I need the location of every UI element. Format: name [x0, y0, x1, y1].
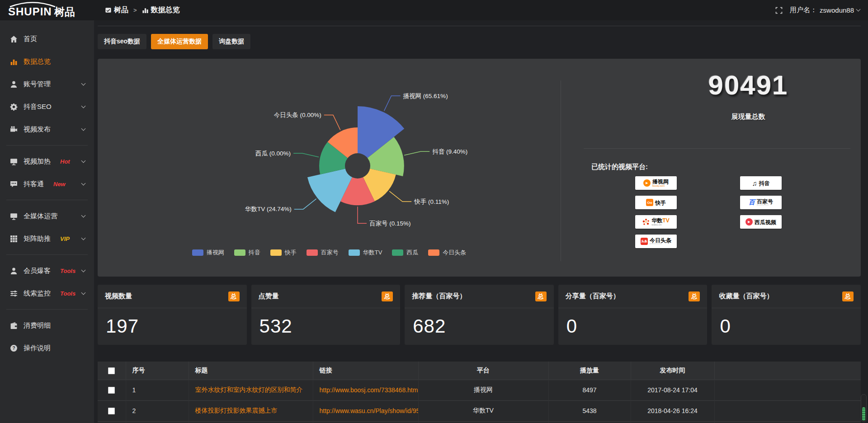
- sidebar-item-badge: Tools: [60, 290, 75, 297]
- videos-table: 序号标题链接平台播放量发布时间1室外水纹灯和室内水纹灯的区别和简介http://…: [98, 362, 861, 423]
- platform-badge-column-right: ♫抖音百百家号▶西瓜视频: [740, 176, 782, 229]
- row-select-cell: [98, 400, 126, 421]
- sidebar: 首页数据总览账号管理抖音SEO视频发布视频加热Hot抖客通New全媒体运营矩阵助…: [0, 20, 94, 423]
- username-value: zswodun88: [820, 6, 854, 14]
- select-all-checkbox[interactable]: [108, 367, 115, 374]
- legend-item-6[interactable]: 今日头条: [428, 249, 466, 257]
- sidebar-item-13[interactable]: 线索监控Tools: [0, 282, 94, 305]
- scrollbar-thumb[interactable]: [862, 407, 865, 421]
- pie-label: 今日头条 (0.00%): [274, 112, 321, 118]
- pie-label-line: [293, 153, 319, 157]
- video-title-link[interactable]: 室外水纹灯和室内水纹灯的区别和简介: [195, 386, 303, 393]
- sidebar-item-1[interactable]: 数据总览: [0, 50, 94, 73]
- video-url-link[interactable]: http://www.boosj.com/7338468.html: [320, 386, 419, 394]
- platform-badge-kuaishou: Oo快手: [635, 196, 677, 209]
- pie-label: 百家号 (0.15%): [369, 220, 411, 227]
- tab-1[interactable]: 全媒体运营数据: [151, 34, 208, 49]
- stat-card-4: 收藏量（百家号）总0: [712, 285, 861, 345]
- scrollbar[interactable]: [861, 394, 867, 422]
- breadcrumb: 树品 > 数据总览: [105, 5, 180, 15]
- pie-label-line: [389, 191, 411, 202]
- chevron-down-icon: [81, 126, 86, 131]
- tab-0[interactable]: 抖音seo数据: [98, 34, 146, 49]
- sidebar-item-10[interactable]: 矩阵助推VIP: [0, 227, 94, 250]
- app-window-icon: [105, 7, 112, 14]
- video-url-link[interactable]: http://www.wasu.cn/Play/show/id/952...: [320, 407, 419, 414]
- pie-chart-area: 播视网 (65.61%)抖音 (9.40%)快手 (0.11%)百家号 (0.1…: [98, 59, 561, 277]
- row-checkbox[interactable]: [108, 408, 115, 414]
- sidebar-item-label: 线索监控: [24, 289, 51, 298]
- pie-label: 抖音 (9.40%): [432, 148, 467, 155]
- chevron-down-icon: [81, 235, 86, 240]
- platform-name: 抖音: [759, 180, 770, 187]
- stat-card-value: 682: [405, 308, 554, 337]
- legend-swatch: [428, 249, 439, 256]
- stub-cell: [548, 421, 631, 423]
- platform-badge-text: 抖音: [759, 179, 770, 188]
- legend-label: 抖音: [249, 249, 260, 257]
- bar-chart-icon: [142, 7, 149, 14]
- sidebar-item-16[interactable]: ?操作说明: [0, 337, 94, 359]
- pie-label-line: [384, 96, 401, 111]
- sidebar-item-9[interactable]: 全媒体运营: [0, 205, 94, 227]
- legend-item-1[interactable]: 抖音: [234, 249, 260, 257]
- app-logo[interactable]: SHUPIN 树品: [0, 1, 94, 19]
- legend-label: 华数TV: [363, 249, 382, 257]
- stat-card-value: 0: [558, 308, 708, 337]
- platform-tagline: [757, 205, 769, 206]
- table-header-2: 链接: [313, 362, 418, 380]
- platform-badge-column-left: ▶播视网boosj.comOo快手华数TVwasu.cn头条今日头条: [635, 176, 677, 248]
- gear-icon: [10, 103, 18, 111]
- sidebar-item-2[interactable]: 账号管理: [0, 73, 94, 95]
- sidebar-item-4[interactable]: 视频发布: [0, 118, 94, 141]
- video-url-link-cell: http://www.boosj.com/7338468.html: [313, 380, 418, 400]
- breadcrumb-item-current[interactable]: 数据总览: [142, 5, 180, 15]
- breadcrumb-label: 数据总览: [151, 5, 180, 15]
- total-badge: 总: [228, 291, 240, 301]
- sidebar-item-0[interactable]: 首页: [0, 28, 94, 50]
- legend-item-5[interactable]: 西瓜: [392, 249, 418, 257]
- sidebar-item-label: 账号管理: [24, 80, 51, 89]
- chart-legend: 播视网抖音快手百家号华数TV西瓜今日头条: [98, 249, 561, 257]
- sidebar-item-6[interactable]: 视频加热Hot: [0, 150, 94, 173]
- sidebar-item-3[interactable]: 抖音SEO: [0, 95, 94, 118]
- sidebar-divider: [6, 200, 88, 200]
- sidebar-item-7[interactable]: 抖客通New: [0, 173, 94, 195]
- row-index-cell: 2: [126, 400, 189, 421]
- stats-horizontal-divider: [584, 148, 850, 149]
- row-plays-cell: 5438: [548, 400, 631, 421]
- row-checkbox[interactable]: [108, 387, 115, 394]
- tab-2[interactable]: 询盘数据: [212, 34, 250, 49]
- sidebar-item-label: 会员爆客: [24, 267, 51, 275]
- fullscreen-icon[interactable]: [775, 7, 783, 14]
- sidebar-item-label: 全媒体运营: [24, 212, 57, 221]
- nightingale-pie-chart: 播视网 (65.61%)抖音 (9.40%)快手 (0.11%)百家号 (0.1…: [98, 59, 561, 245]
- legend-item-2[interactable]: 快手: [270, 249, 297, 257]
- row-empty-cell: [714, 380, 861, 400]
- table-header-5: 发布时间: [631, 362, 714, 380]
- total-badge: 总: [535, 291, 547, 301]
- user-menu[interactable]: 用户名：zswodun88: [790, 6, 860, 14]
- stub-cell: [313, 421, 418, 423]
- stat-card-value: 532: [251, 308, 401, 337]
- legend-item-4[interactable]: 华数TV: [349, 249, 382, 257]
- row-plays: 8497: [582, 386, 596, 394]
- sidebar-item-badge: New: [53, 181, 66, 188]
- pie-label-line: [294, 199, 316, 209]
- legend-item-0[interactable]: 播视网: [192, 249, 224, 257]
- sidebar-item-15[interactable]: 消费明细: [0, 314, 94, 337]
- sidebar-item-12[interactable]: 会员爆客Tools: [0, 259, 94, 282]
- pie-label: 快手 (0.11%): [414, 198, 449, 205]
- total-badge: 总: [382, 291, 393, 301]
- chevron-down-icon: [81, 103, 86, 108]
- video-title-link[interactable]: 楼体投影灯投影效果震撼上市: [195, 407, 278, 414]
- platform-tagline: [650, 244, 661, 245]
- legend-label: 百家号: [321, 249, 339, 257]
- row-publish-time: 2017-08-24 17:04: [647, 386, 698, 394]
- legend-item-3[interactable]: 百家号: [307, 249, 339, 257]
- platform-badge-baijiahao: 百百家号: [740, 196, 782, 209]
- logo-text-en: SHUPIN: [8, 5, 52, 18]
- wallet-icon: [10, 322, 18, 329]
- legend-label: 今日头条: [443, 249, 466, 257]
- breadcrumb-item-home[interactable]: 树品: [105, 5, 128, 15]
